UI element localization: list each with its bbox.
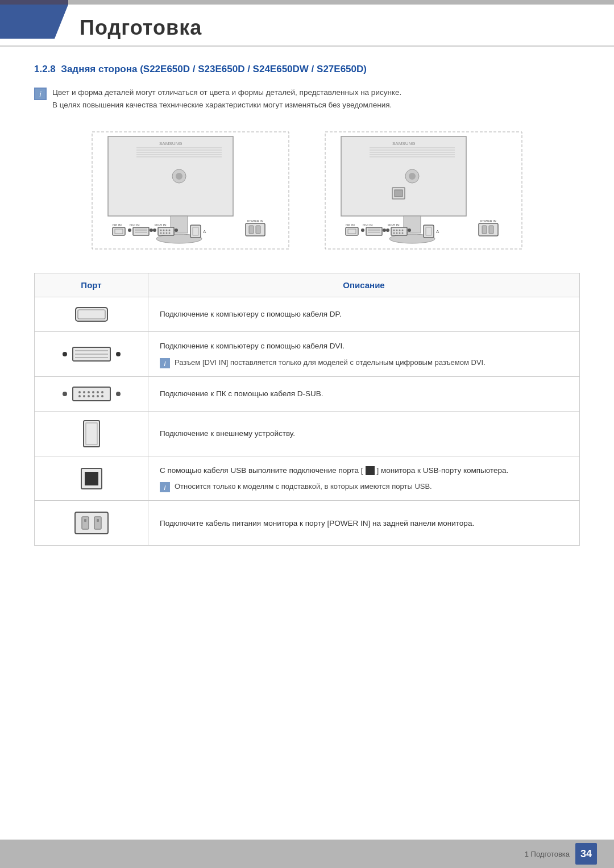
svg-rect-54: [395, 190, 403, 197]
usb-description: С помощью кабеля USB выполните подключен…: [148, 456, 580, 501]
top-stripe: [0, 0, 614, 5]
svg-point-95: [78, 391, 81, 393]
dp-description: Подключение к компьютеру с помощью кабел…: [148, 297, 580, 332]
svg-text:A: A: [203, 229, 206, 234]
svg-point-76: [399, 232, 401, 234]
table-row: Подключите кабель питания монитора к пор…: [35, 501, 580, 546]
port-icon-cell: [35, 501, 148, 546]
svg-point-34: [169, 232, 171, 234]
svg-point-33: [166, 232, 168, 234]
svg-text:SAMSUNG: SAMSUNG: [159, 141, 182, 146]
external-port-icon: [46, 420, 136, 448]
dvi-description: Подключение к компьютеру с помощью кабел…: [148, 332, 580, 377]
page-title: Подготовка: [80, 16, 580, 40]
monitors-container: SAMSUNG DP IN DVI IN: [34, 125, 580, 256]
svg-point-100: [101, 391, 103, 393]
svg-rect-114: [75, 512, 108, 534]
table-row: Подключение к внешнему устройству.: [35, 411, 580, 456]
footer-section-text: 1 Подготовка: [525, 850, 570, 858]
external-description: Подключение к внешнему устройству.: [148, 411, 580, 456]
section-header: 1.2.8 Задняя сторона (S22E650D / S23E650…: [34, 64, 580, 75]
svg-point-75: [396, 232, 398, 234]
svg-text:DVI IN: DVI IN: [363, 223, 373, 227]
svg-point-74: [393, 232, 395, 234]
svg-rect-117: [84, 519, 86, 522]
svg-rect-58: [346, 227, 358, 235]
power-description: Подключите кабель питания монитора к пор…: [148, 501, 580, 546]
svg-point-78: [408, 229, 411, 232]
svg-text:RGB IN: RGB IN: [155, 223, 167, 227]
col-port-header: Порт: [35, 273, 148, 297]
dot-left-dsub: [63, 392, 67, 396]
svg-rect-111: [366, 466, 375, 475]
svg-point-66: [383, 229, 386, 232]
dot-right: [116, 352, 121, 356]
svg-text:POWER IN: POWER IN: [480, 219, 496, 223]
inner-note-icon-usb: i: [160, 482, 170, 492]
svg-point-72: [399, 230, 401, 231]
port-icon-cell: [35, 297, 148, 332]
svg-point-29: [166, 230, 168, 231]
svg-rect-41: [249, 226, 254, 234]
svg-text:SAMSUNG: SAMSUNG: [392, 141, 415, 146]
svg-rect-116: [94, 517, 101, 529]
svg-point-30: [169, 230, 171, 231]
svg-text:DP IN: DP IN: [346, 223, 355, 227]
svg-rect-94: [73, 387, 110, 401]
svg-point-102: [83, 395, 85, 397]
usb-inner-note: i Относится только к моделям с подставко…: [160, 481, 568, 492]
svg-point-68: [386, 229, 389, 232]
svg-text:DVI IN: DVI IN: [130, 223, 140, 227]
svg-point-35: [175, 229, 178, 232]
svg-text:POWER IN: POWER IN: [247, 219, 263, 223]
dvi-inner-note: i Разъем [DVI IN] поставляется только дл…: [160, 357, 568, 368]
dsub-description: Подключение к ПК с помощью кабеля D-SUB.: [148, 376, 580, 411]
svg-text:RGB IN: RGB IN: [388, 223, 400, 227]
dot-left: [63, 352, 67, 356]
svg-rect-69: [391, 227, 407, 235]
svg-point-104: [92, 395, 94, 397]
svg-point-97: [88, 391, 90, 393]
table-row: Подключение к ПК с помощью кабеля D-SUB.: [35, 376, 580, 411]
svg-rect-44: [341, 136, 466, 216]
svg-point-98: [92, 391, 94, 393]
svg-point-70: [393, 230, 395, 231]
page-header: Подготовка: [0, 5, 614, 47]
svg-point-103: [88, 395, 90, 397]
svg-rect-84: [482, 226, 487, 234]
port-icon-cell: [35, 456, 148, 501]
col-desc-header: Описание: [148, 273, 580, 297]
svg-rect-26: [158, 227, 174, 235]
dot-right-dsub: [116, 392, 121, 396]
svg-rect-110: [85, 472, 98, 485]
ports-table: Порт Описание Подключение к компьютеру с…: [34, 273, 580, 546]
svg-point-71: [396, 230, 398, 231]
svg-rect-79: [424, 225, 434, 238]
svg-rect-36: [190, 225, 201, 238]
svg-point-23: [150, 229, 153, 232]
port-icon-cell: [35, 332, 148, 377]
content-area: 1.2.8 Задняя сторона (S22E650D / S23E650…: [0, 47, 614, 591]
svg-rect-115: [82, 517, 89, 529]
power-port-icon: [46, 509, 136, 537]
svg-point-25: [153, 229, 156, 232]
svg-point-77: [402, 232, 404, 234]
usb-port-icon: [46, 466, 136, 491]
svg-point-27: [160, 230, 162, 231]
svg-rect-42: [256, 226, 260, 234]
svg-text:A: A: [436, 229, 439, 234]
svg-rect-40: [246, 223, 265, 236]
section-number: 1.2.8 Задняя сторона (S22E650D / S23E650…: [34, 64, 580, 75]
svg-rect-19: [133, 227, 149, 235]
footer-page-number: 34: [575, 843, 597, 865]
svg-rect-85: [489, 226, 493, 234]
svg-point-32: [163, 232, 165, 234]
svg-rect-3: [108, 136, 233, 216]
svg-rect-118: [97, 519, 99, 522]
dvi-port-icon: [46, 345, 136, 363]
svg-text:DP IN: DP IN: [113, 223, 122, 227]
svg-point-31: [160, 232, 162, 234]
svg-rect-62: [366, 227, 382, 235]
dsub-port-icon: [46, 385, 136, 403]
table-row: Подключение к компьютеру с помощью кабел…: [35, 332, 580, 377]
